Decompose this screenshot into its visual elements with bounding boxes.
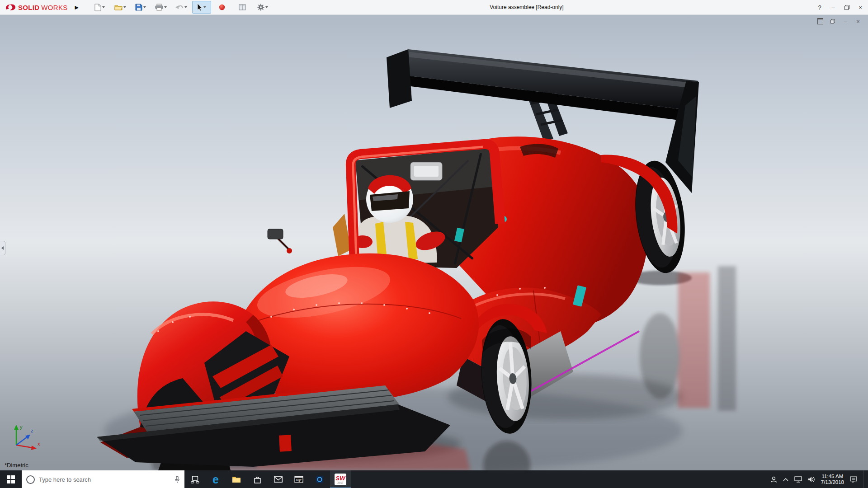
taskbar-file-explorer[interactable] bbox=[226, 470, 247, 488]
help-button[interactable]: ? bbox=[813, 0, 826, 14]
cortana-icon bbox=[26, 475, 35, 484]
menu-flyout-arrow[interactable]: ▶ bbox=[75, 5, 79, 10]
sw-label: SW bbox=[336, 475, 345, 481]
taskbar-command-prompt[interactable]: &gt;_ bbox=[288, 470, 309, 488]
command-prompt-icon: &gt;_ bbox=[294, 476, 303, 483]
axis-x-label: x bbox=[38, 441, 40, 446]
new-document-icon bbox=[94, 4, 101, 11]
panel-collapse-tab[interactable] bbox=[0, 241, 5, 255]
macro-button[interactable] bbox=[212, 1, 231, 14]
system-tray: 11:45 AM 7/13/2018 bbox=[770, 470, 868, 488]
view-orientation-label: *Dimetric bbox=[5, 462, 28, 469]
red-ball-icon bbox=[219, 4, 225, 10]
restore-icon bbox=[844, 5, 849, 10]
design-library-button[interactable] bbox=[233, 1, 252, 14]
select-cursor-icon bbox=[197, 4, 203, 11]
action-center-icon bbox=[850, 476, 857, 483]
search-placeholder: Type here to search bbox=[39, 476, 170, 483]
people-icon bbox=[770, 476, 777, 483]
graphics-viewport[interactable]: – × y x z *Dimetric bbox=[0, 15, 868, 470]
network-button[interactable] bbox=[794, 476, 802, 483]
dropdown-caret[interactable] bbox=[265, 6, 268, 8]
sw-year: 2017 bbox=[337, 481, 343, 484]
microphone-icon[interactable] bbox=[175, 476, 180, 483]
axis-y-label: y bbox=[20, 424, 23, 430]
dropdown-caret[interactable] bbox=[123, 6, 126, 8]
axis-z-label: z bbox=[31, 428, 33, 433]
taskbar-mail[interactable] bbox=[268, 470, 288, 488]
window-controls: ? – × bbox=[813, 0, 867, 14]
minimize-button[interactable]: – bbox=[826, 0, 840, 14]
file-explorer-icon bbox=[232, 476, 241, 483]
taskbar-clock[interactable]: 11:45 AM 7/13/2018 bbox=[821, 474, 844, 485]
taskbar-solidworks[interactable]: SW 2017 bbox=[330, 470, 351, 488]
select-tool-button[interactable] bbox=[192, 1, 211, 14]
taskbar-store[interactable] bbox=[247, 470, 268, 488]
gear-icon bbox=[257, 4, 264, 11]
hidden-icons-button[interactable] bbox=[783, 478, 788, 481]
windows-taskbar: Type here to search e bbox=[0, 470, 868, 488]
volume-icon bbox=[808, 476, 815, 483]
center-mirror bbox=[410, 162, 442, 180]
doc-restore-button[interactable] bbox=[829, 18, 836, 25]
save-floppy-icon bbox=[135, 4, 142, 11]
start-button[interactable] bbox=[0, 470, 22, 488]
close-button[interactable]: × bbox=[854, 0, 867, 14]
media-app-icon bbox=[316, 475, 324, 483]
car-model[interactable] bbox=[0, 15, 868, 470]
dropdown-caret[interactable] bbox=[184, 6, 187, 8]
print-button[interactable] bbox=[151, 1, 170, 14]
design-library-icon bbox=[239, 4, 246, 10]
new-document-button[interactable] bbox=[90, 1, 109, 14]
task-view-button[interactable] bbox=[184, 470, 205, 488]
doc-frame-button[interactable] bbox=[816, 18, 824, 25]
ds-logo-icon bbox=[5, 3, 16, 11]
taskbar-search[interactable]: Type here to search bbox=[22, 470, 184, 488]
options-button[interactable] bbox=[253, 1, 272, 14]
logo-text-solid: SOLID bbox=[18, 4, 39, 11]
reference-triad: y x z bbox=[6, 422, 45, 454]
windows-logo-icon bbox=[7, 475, 15, 483]
clock-time: 11:45 AM bbox=[821, 474, 844, 479]
task-view-icon bbox=[191, 476, 199, 483]
document-window-controls: – × bbox=[816, 18, 862, 25]
restore-button[interactable] bbox=[840, 0, 854, 14]
print-icon bbox=[155, 4, 163, 11]
quick-toolbar bbox=[90, 1, 272, 14]
terminal-prompt: &gt;_ bbox=[296, 479, 304, 482]
undo-icon bbox=[175, 4, 184, 10]
people-button[interactable] bbox=[770, 476, 777, 483]
taskbar-edge[interactable]: e bbox=[205, 470, 226, 488]
show-desktop-button[interactable] bbox=[863, 470, 866, 488]
solidworks-window: SOLIDWORKS ▶ bbox=[0, 0, 868, 488]
window-title: Voiture assemblee [Read-only] bbox=[490, 4, 563, 10]
doc-minimize-button[interactable]: – bbox=[842, 18, 849, 25]
logo-text-works: WORKS bbox=[41, 4, 67, 11]
dropdown-caret[interactable] bbox=[102, 6, 105, 8]
store-bag-icon bbox=[254, 476, 261, 483]
dropdown-caret[interactable] bbox=[164, 6, 167, 8]
doc-restore-icon bbox=[830, 19, 835, 23]
side-mirror bbox=[268, 229, 292, 253]
solidworks-2017-icon: SW 2017 bbox=[335, 474, 346, 485]
clock-date: 7/13/2018 bbox=[821, 479, 844, 485]
doc-frame-icon bbox=[817, 18, 823, 24]
open-button[interactable] bbox=[111, 1, 130, 14]
dropdown-caret[interactable] bbox=[203, 6, 206, 8]
network-icon bbox=[794, 476, 802, 483]
titlebar: SOLIDWORKS ▶ bbox=[0, 0, 868, 15]
taskbar-media-app[interactable] bbox=[309, 470, 330, 488]
solidworks-logo: SOLIDWORKS bbox=[0, 3, 68, 11]
edge-icon: e bbox=[212, 474, 219, 485]
chevron-up-icon bbox=[783, 478, 788, 481]
volume-button[interactable] bbox=[808, 476, 815, 483]
open-folder-icon bbox=[114, 4, 123, 11]
collapse-arrow-icon bbox=[1, 246, 4, 250]
action-center-button[interactable] bbox=[850, 476, 857, 483]
doc-close-button[interactable]: × bbox=[854, 18, 862, 25]
mail-icon bbox=[274, 476, 283, 483]
undo-button[interactable] bbox=[172, 1, 191, 14]
save-button[interactable] bbox=[131, 1, 150, 14]
dropdown-caret[interactable] bbox=[143, 6, 146, 8]
